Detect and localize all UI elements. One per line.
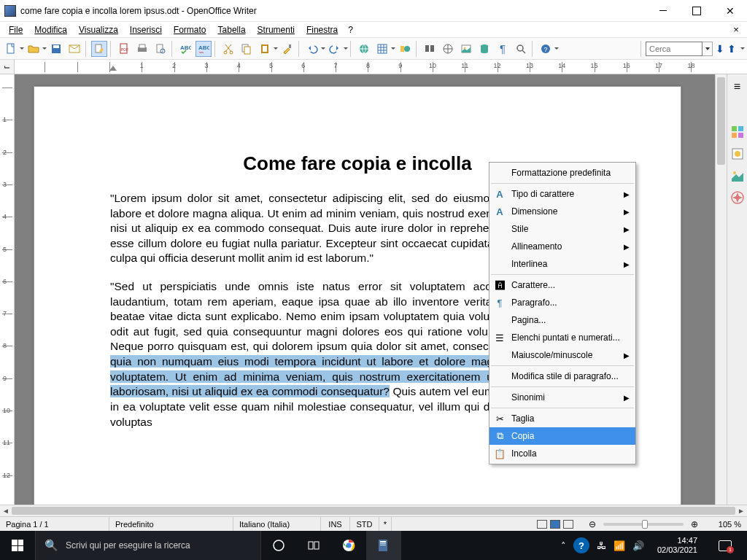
ctx-dimension[interactable]: ADimensione▶ <box>489 203 635 220</box>
undo-icon[interactable] <box>304 41 320 57</box>
svg-rect-22 <box>400 46 404 52</box>
document-close-button[interactable]: × <box>728 24 744 35</box>
status-style[interactable]: Predefinito <box>109 517 233 531</box>
menu-visualizza[interactable]: Visualizza <box>73 23 124 36</box>
sidebar-properties-icon[interactable] <box>729 124 746 140</box>
cut-icon[interactable] <box>220 41 236 57</box>
taskbar-clock[interactable]: 14:47 02/03/2021 <box>651 536 703 555</box>
ctx-synonyms[interactable]: Sinonimi▶ <box>489 389 635 406</box>
svg-rect-18 <box>263 46 267 52</box>
ctx-default-formatting[interactable]: Formattazione predefinita <box>489 164 635 182</box>
notification-center-icon[interactable]: 1 <box>711 531 740 560</box>
format-paintbrush-icon[interactable] <box>279 41 295 57</box>
ctx-style[interactable]: Stile▶ <box>489 220 635 238</box>
show-draw-icon[interactable] <box>397 41 413 57</box>
print-preview-icon[interactable] <box>152 41 169 57</box>
ctx-copy[interactable]: ⧉Copia <box>489 427 635 445</box>
hyperlink-icon[interactable] <box>356 41 372 57</box>
taskbar-search-placeholder: Scrivi qui per eseguire la ricerca <box>66 540 190 551</box>
paste-icon[interactable] <box>257 41 273 57</box>
status-insert-mode[interactable]: INS <box>321 517 350 531</box>
copy-icon[interactable] <box>239 41 255 57</box>
task-view-icon[interactable] <box>296 531 331 560</box>
export-pdf-icon[interactable]: PDF <box>116 41 132 57</box>
taskbar-search[interactable]: 🔍 Scrivi qui per eseguire la ricerca <box>35 531 261 560</box>
ctx-alignment[interactable]: Allineamento▶ <box>489 238 635 255</box>
tray-volume-icon[interactable]: 🔊 <box>632 540 644 551</box>
cortana-icon[interactable] <box>261 531 296 560</box>
status-page[interactable]: Pagina 1 / 1 <box>0 517 109 531</box>
horizontal-ruler[interactable]: 123456789101112131415161718 <box>15 60 747 74</box>
find-replace-icon[interactable] <box>422 41 438 57</box>
vertical-scrollbar[interactable] <box>715 74 727 505</box>
close-button[interactable] <box>713 0 747 22</box>
ctx-edit-para-style[interactable]: Modifica stile di paragrafo... <box>489 368 635 385</box>
ctx-bullets[interactable]: ☰Elenchi puntati e numerati... <box>489 329 635 346</box>
gallery-icon[interactable] <box>458 41 474 57</box>
zoom-icon[interactable] <box>513 41 529 57</box>
ctx-paste[interactable]: 📋Incolla <box>489 445 635 462</box>
ctx-char-type[interactable]: ATipo di carattere▶ <box>489 185 635 203</box>
datasource-icon[interactable] <box>476 41 492 57</box>
ctx-page[interactable]: Pagina... <box>489 311 635 329</box>
edit-mode-icon[interactable] <box>91 41 107 57</box>
help-icon[interactable]: ? <box>538 41 554 57</box>
view-layout-buttons[interactable] <box>530 517 580 531</box>
search-dropdown[interactable] <box>703 42 713 56</box>
sidebar-gallery-icon[interactable] <box>729 168 746 184</box>
tray-help-icon[interactable]: ? <box>573 537 589 553</box>
vertical-ruler[interactable]: 123456789101112 <box>0 74 15 505</box>
tray-chevron-icon[interactable]: ˄ <box>561 540 566 551</box>
menu-strumenti[interactable]: Strumenti <box>252 23 301 36</box>
status-selection-mode[interactable]: STD <box>350 517 379 531</box>
save-icon[interactable] <box>48 41 64 57</box>
zoom-percent[interactable]: 105 % <box>707 517 747 531</box>
spellcheck-icon[interactable]: ABC <box>177 41 193 57</box>
new-doc-icon[interactable] <box>3 41 19 57</box>
menu-finestra[interactable]: Finestra <box>301 23 344 36</box>
zoom-controls[interactable]: ⊖ ⊕ <box>580 517 707 531</box>
tray-network-icon[interactable]: 🖧 <box>597 540 606 551</box>
ctx-case[interactable]: Maiuscole/minuscole▶ <box>489 346 635 364</box>
ctx-character[interactable]: 🅰Carattere... <box>489 276 635 294</box>
menu-modifica[interactable]: Modifica <box>28 23 73 36</box>
horizontal-scrollbar[interactable]: ◄► <box>0 505 747 516</box>
menu-tabella[interactable]: Tabella <box>212 23 252 36</box>
status-language[interactable]: Italiano (Italia) <box>233 517 321 531</box>
open-icon[interactable] <box>26 41 42 57</box>
auto-spellcheck-icon[interactable]: ABC <box>196 41 212 57</box>
menu-help[interactable]: ? <box>344 23 357 36</box>
ctx-paragraph[interactable]: ¶Paragrafo... <box>489 294 635 311</box>
minimize-button[interactable] <box>646 0 680 22</box>
navigator-icon[interactable] <box>440 41 456 57</box>
table-icon[interactable] <box>374 41 390 57</box>
sidebar-styles-icon[interactable] <box>729 146 746 162</box>
chrome-icon[interactable] <box>331 531 366 560</box>
start-button[interactable] <box>0 531 35 560</box>
ctx-cut[interactable]: ✂Taglia <box>489 410 635 427</box>
windows-taskbar: 🔍 Scrivi qui per eseguire la ricerca ˄ ?… <box>0 531 747 560</box>
zoom-slider[interactable] <box>603 523 684 526</box>
maximize-button[interactable] <box>680 0 713 22</box>
search-up-icon[interactable]: ⬆ <box>727 43 736 55</box>
search-icon: 🔍 <box>44 539 58 552</box>
menu-inserisci[interactable]: Inserisci <box>124 23 168 36</box>
search-input[interactable] <box>646 42 703 56</box>
search-down-icon[interactable]: ⬇ <box>716 43 724 55</box>
zoom-in-icon[interactable]: ⊕ <box>688 519 701 529</box>
nonprinting-chars-icon[interactable]: ¶ <box>495 41 511 57</box>
sidebar-toggle-icon[interactable]: ≡ <box>729 79 746 95</box>
tray-wifi-icon[interactable]: 📶 <box>614 540 625 551</box>
menu-file[interactable]: File <box>3 23 28 36</box>
openoffice-taskbar-icon[interactable] <box>366 531 401 560</box>
sidebar-navigator-icon[interactable] <box>729 190 746 206</box>
zoom-out-icon[interactable]: ⊖ <box>586 519 599 529</box>
app-icon <box>4 5 16 17</box>
email-icon[interactable] <box>66 41 82 57</box>
menu-bar: File Modifica Visualizza Inserisci Forma… <box>0 22 747 38</box>
redo-icon[interactable] <box>327 41 343 57</box>
svg-rect-48 <box>380 543 386 544</box>
ctx-line-spacing[interactable]: Interlinea▶ <box>489 255 635 273</box>
menu-formato[interactable]: Formato <box>168 23 212 36</box>
print-icon[interactable] <box>134 41 150 57</box>
